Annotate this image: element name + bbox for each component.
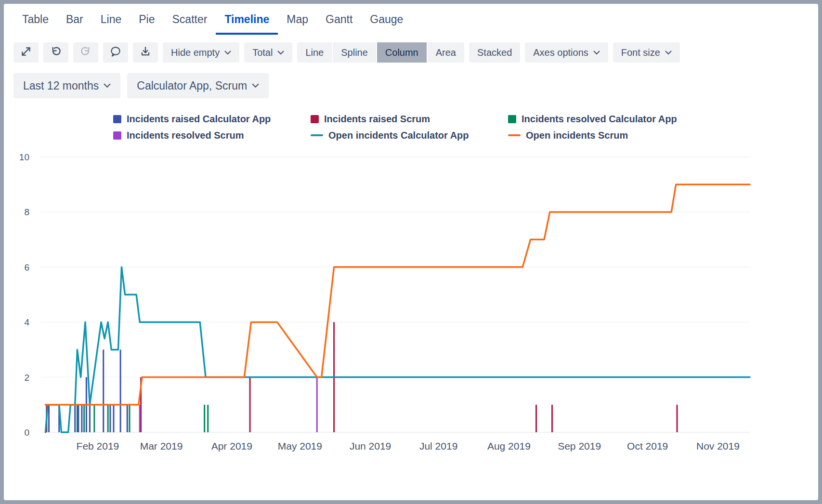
comment-button[interactable] (103, 42, 128, 63)
legend-line-icon (311, 134, 323, 136)
x-axis-label: Nov 2019 (696, 440, 740, 452)
bar-incidents-resolved-calculator-app[interactable] (107, 405, 109, 432)
tab-table[interactable]: Table (13, 13, 57, 35)
comment-icon (109, 45, 122, 60)
fullscreen-button[interactable] (13, 42, 39, 63)
chart-legend: Incidents raised Calculator AppIncidents… (113, 113, 809, 142)
bar-incidents-resolved-calculator-app[interactable] (77, 405, 78, 432)
legend-square-icon (508, 115, 516, 123)
bar-incidents-resolved-calculator-app[interactable] (207, 405, 209, 432)
axes-options-dropdown[interactable]: Axes options (525, 42, 608, 63)
chevron-down-icon (224, 51, 231, 55)
period-dropdown[interactable]: Last 12 months (13, 73, 120, 98)
total-label: Total (252, 47, 273, 58)
x-axis-label: Jul 2019 (419, 440, 457, 452)
legend-item[interactable]: Open incidents Calculator App (311, 129, 508, 142)
tab-pie[interactable]: Pie (130, 13, 163, 35)
legend-line-icon (508, 134, 521, 136)
y-axis-label: 4 (24, 317, 29, 327)
bar-incidents-raised-calculator-app[interactable] (103, 349, 104, 432)
undo-button[interactable] (43, 42, 68, 63)
bar-incidents-raised-calculator-app[interactable] (89, 405, 91, 432)
bar-incidents-resolved-scrum[interactable] (139, 405, 141, 432)
chevron-down-icon (104, 83, 111, 88)
download-icon (139, 45, 152, 60)
x-axis-label: Aug 2019 (487, 440, 531, 452)
y-axis-label: 2 (24, 373, 29, 383)
bar-incidents-raised-scrum[interactable] (551, 405, 553, 432)
bar-incidents-raised-calculator-app[interactable] (109, 405, 111, 432)
chart-style-area[interactable]: Area (428, 42, 464, 63)
chevron-down-icon (277, 51, 284, 55)
legend-item[interactable]: Open incidents Scrum (508, 129, 705, 142)
legend-item[interactable]: Incidents resolved Calculator App (508, 113, 705, 125)
total-dropdown[interactable]: Total (244, 42, 292, 63)
x-axis-label: May 2019 (278, 440, 322, 452)
stacked-label: Stacked (477, 47, 512, 58)
undo-icon (50, 45, 62, 60)
font-size-dropdown[interactable]: Font size (613, 42, 680, 63)
chart-style-line[interactable]: Line (297, 42, 332, 63)
legend-label: Incidents resolved Scrum (127, 130, 244, 141)
legend-square-icon (311, 115, 319, 123)
redo-button[interactable] (73, 42, 98, 63)
chart-style-group: LineSplineColumnArea (297, 42, 464, 63)
bar-incidents-resolved-calculator-app[interactable] (204, 405, 205, 432)
tab-gantt[interactable]: Gantt (317, 13, 361, 35)
tab-line[interactable]: Line (92, 13, 130, 35)
bar-incidents-raised-scrum[interactable] (677, 405, 678, 432)
legend-item[interactable]: Incidents raised Calculator App (113, 113, 311, 125)
tab-timeline[interactable]: Timeline (216, 13, 278, 35)
bar-incidents-resolved-scrum[interactable] (316, 377, 318, 432)
chevron-down-icon (593, 51, 600, 55)
chart-canvas: 0246810Feb 2019Mar 2019Apr 2019May 2019J… (13, 145, 809, 468)
line-open-incidents-scrum[interactable] (45, 184, 750, 405)
download-button[interactable] (133, 42, 158, 63)
chart-type-tabs: TableBarLinePieScatterTimelineMapGanttGa… (13, 11, 809, 35)
legend-square-icon (113, 131, 121, 140)
x-axis-label: Mar 2019 (140, 440, 183, 452)
bar-incidents-raised-scrum[interactable] (249, 377, 251, 432)
bar-incidents-raised-calculator-app[interactable] (74, 405, 76, 432)
filter-bar: Last 12 months Calculator App, Scrum (13, 73, 809, 98)
stacked-button[interactable]: Stacked (469, 42, 520, 63)
hide-empty-dropdown[interactable]: Hide empty (163, 42, 239, 63)
y-axis-label: 10 (19, 152, 29, 162)
axes-options-label: Axes options (533, 47, 588, 58)
bar-incidents-raised-calculator-app[interactable] (81, 405, 82, 432)
legend-label: Open incidents Scrum (526, 130, 628, 141)
projects-dropdown[interactable]: Calculator App, Scrum (127, 73, 269, 98)
tab-map[interactable]: Map (278, 13, 317, 35)
legend-square-icon (113, 115, 121, 123)
tab-bar[interactable]: Bar (57, 13, 92, 35)
bar-incidents-resolved-calculator-app[interactable] (83, 405, 85, 432)
chart-style-spline[interactable]: Spline (333, 42, 376, 63)
font-size-label: Font size (621, 47, 660, 58)
redo-icon (79, 45, 92, 60)
bar-incidents-resolved-calculator-app[interactable] (93, 405, 95, 432)
legend-item[interactable]: Incidents raised Scrum (311, 113, 508, 125)
y-axis-label: 8 (24, 207, 29, 217)
bar-incidents-raised-scrum[interactable] (535, 405, 537, 432)
x-axis-label: Jun 2019 (350, 440, 391, 452)
chart-style-column[interactable]: Column (377, 42, 427, 63)
x-axis-label: Apr 2019 (211, 440, 252, 452)
tab-scatter[interactable]: Scatter (164, 13, 216, 35)
projects-label: Calculator App, Scrum (137, 79, 247, 92)
toolbar: Hide empty Total LineSplineColumnArea St… (13, 42, 809, 63)
bar-incidents-raised-calculator-app[interactable] (113, 405, 114, 432)
tab-gauge[interactable]: Gauge (361, 13, 412, 35)
x-axis-label: Sep 2019 (558, 440, 601, 452)
legend-item[interactable]: Incidents resolved Scrum (113, 129, 311, 142)
report-window: TableBarLinePieScatterTimelineMapGanttGa… (4, 4, 818, 500)
bar-incidents-resolved-calculator-app[interactable] (129, 405, 130, 432)
legend-label: Incidents raised Scrum (324, 114, 430, 125)
timeline-chart: 0246810Feb 2019Mar 2019Apr 2019May 2019J… (13, 145, 809, 470)
y-axis-label: 6 (24, 262, 29, 272)
bar-incidents-raised-calculator-app[interactable] (120, 349, 121, 432)
bar-incidents-raised-calculator-app[interactable] (48, 405, 50, 432)
x-axis-label: Feb 2019 (77, 440, 119, 452)
period-label: Last 12 months (23, 79, 99, 92)
bar-incidents-raised-calculator-app[interactable] (127, 405, 128, 432)
line-open-incidents-calculator-app[interactable] (45, 267, 750, 432)
